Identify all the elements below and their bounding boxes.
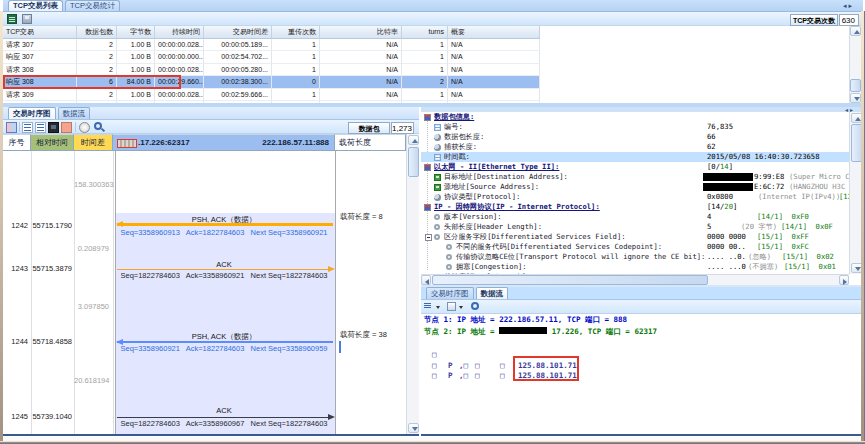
color-block-icon[interactable] — [61, 122, 72, 133]
table-row[interactable]: 请求 30721.00 B00:00:00.028...00:00:05.189… — [3, 39, 540, 52]
tree-row[interactable]: 区分服务字段[Differentiated Services Field]:00… — [421, 232, 849, 242]
top-table-body: 请求 30721.00 B00:00:00.028...00:00:05.189… — [3, 39, 846, 104]
column-header-数据包数[interactable]: 数据包数 — [77, 26, 117, 39]
tabstrip-nav-arrows[interactable]: ◂▸ — [843, 2, 854, 10]
window-frame-left — [0, 11, 3, 444]
cell: 1 — [402, 39, 448, 52]
column-header-seqno[interactable]: 序号 — [3, 134, 31, 151]
cell: 响应 308 — [3, 76, 77, 89]
column-header-TCP交易[interactable]: TCP交易 — [3, 26, 77, 39]
tree-value: E:6C:72 — [754, 182, 784, 192]
tree-row[interactable]: 拥塞[Congestion]:.... ...0(不拥塞)[15/1] 0x01 — [421, 262, 849, 272]
pc-icon — [434, 184, 441, 191]
tree-row[interactable]: IP - 因特网协议[IP - Internet Protocol]:[14/2… — [421, 202, 849, 212]
column-header-stations[interactable]: .17.226:62317 222.186.57.11:888 — [113, 134, 335, 151]
column-gridline — [31, 151, 32, 434]
packet-number: 1245 — [3, 412, 28, 421]
tree-row[interactable]: 协议类型[Protocol]:0x0800(Internet IP(IPv4))… — [421, 192, 849, 202]
table-row[interactable]: 请求 30821.00 B00:00:00.028...00:00:05.280… — [3, 64, 540, 77]
column-header-交易时间差[interactable]: 交易时间差 — [204, 26, 272, 39]
tree-row[interactable]: 数据包信息: — [421, 112, 849, 122]
tree-row[interactable]: 数据包长度:66 — [421, 132, 849, 142]
save-icon[interactable] — [22, 14, 32, 24]
tree-row[interactable]: 目标地址[Destination Address]:9:99:E8(Super … — [421, 172, 849, 182]
collapse-box[interactable] — [425, 234, 432, 241]
cell: 2 — [402, 76, 448, 89]
tree-annotation: (HANGZHOU H3C Technologi — [789, 182, 849, 192]
radio-icon — [434, 234, 440, 240]
tree-row[interactable]: 捕获长度:62 — [421, 142, 849, 152]
table-row[interactable]: 响应 30721.00 B00:00:00.000...00:02:54.702… — [3, 51, 540, 64]
cell: 00:00:00.028... — [155, 89, 204, 102]
toolbar-separator — [75, 122, 76, 132]
top-toolbar — [3, 12, 863, 26]
table-row[interactable]: 请求 30921.00 B00:00:00.028...00:02:59.666… — [3, 89, 540, 102]
node2-line: 节点 2: IP 地址 = 17.226, TCP 端口 = 62317 — [424, 327, 657, 336]
data-stream-view: 节点 1: IP 地址 = 222.186.57.11, TCP 端口 = 88… — [421, 314, 863, 434]
packet-reltime: 55715.3879 — [31, 264, 72, 273]
zoom-icon[interactable] — [94, 122, 102, 130]
hex-toolbar — [421, 300, 863, 314]
tree-row[interactable]: 源地址[Source Address]:E:6C:72(HANGZHOU H3C… — [421, 182, 849, 192]
cell: N/A — [320, 51, 402, 64]
cell: 1 — [272, 64, 320, 77]
packet-decode-tree: 数据包信息:编号:76,835数据包长度:66捕获长度:62时间戳:2015/0… — [421, 112, 849, 274]
tree-row[interactable]: 头部长度[Header Length]:5(20 字节)[14/1] 0x0F — [421, 222, 849, 232]
tree-value: 9:99:E8 — [754, 172, 784, 182]
find-icon[interactable] — [471, 302, 479, 310]
tree-hscrollbar[interactable] — [421, 274, 849, 285]
tree-annotation: (Internet IP(IPv4)) — [758, 192, 840, 202]
cell: N/A — [448, 76, 540, 89]
tree-row[interactable]: 编号:76,835 — [421, 122, 849, 132]
column-header-持续时间[interactable]: 持续时间 — [155, 26, 204, 39]
packet-arrow — [117, 417, 333, 418]
column-header-reltime[interactable]: 相对时间 — [31, 134, 74, 151]
tab-交易时序图[interactable]: 交易时序图 — [426, 287, 474, 299]
top-table-vscrollbar[interactable] — [849, 26, 861, 103]
column-header-比特率[interactable]: 比特率 — [320, 26, 402, 39]
cell: 00:02:54.702... — [204, 51, 272, 64]
tab-TCP交易列表[interactable]: TCP交易列表 — [8, 0, 63, 11]
excel-export-icon[interactable] — [7, 14, 17, 24]
cell: N/A — [320, 64, 402, 77]
sequence-vscrollbar[interactable] — [406, 134, 419, 434]
mac-redaction — [703, 173, 753, 181]
tree-row[interactable]: 传输协议忽略CE位[Transport Protocol will ignore… — [421, 252, 849, 262]
tab-TCP交易统计[interactable]: TCP交易统计 — [65, 0, 120, 11]
list-icon[interactable] — [22, 122, 33, 133]
clock-icon[interactable] — [79, 122, 90, 133]
screen-icon[interactable] — [48, 122, 59, 133]
tree-value: 4 — [707, 212, 711, 222]
section-bracket: [0/14] — [707, 162, 733, 172]
tree-label: 目标地址[Destination Address]: — [444, 172, 568, 182]
column-header-turns[interactable]: turns — [402, 26, 448, 39]
column-header-重传次数[interactable]: 重传次数 — [272, 26, 320, 39]
table-row[interactable]: 响应 308684.00 B00:00:29.660...00:02:38.30… — [3, 76, 540, 89]
tab-交易时序图[interactable]: 交易时序图 — [8, 107, 56, 119]
cell: 1.00 B — [117, 64, 155, 77]
selected-transaction-band — [115, 213, 335, 434]
tab-数据流[interactable]: 数据流 — [58, 107, 91, 119]
column-header-payload[interactable]: 载荷长度 — [335, 134, 406, 151]
column-header-字节数[interactable]: 字节数 — [117, 26, 155, 39]
tree-label: IP - 因特网协议[IP - Internet Protocol]: — [434, 202, 600, 212]
tree-annotation: [12 — [839, 192, 849, 202]
detail-list-icon[interactable] — [35, 122, 46, 133]
tree-row[interactable]: 以太网 - II[Ethernet Type II]:[0/14] — [421, 162, 849, 172]
tab-数据流[interactable]: 数据流 — [476, 287, 509, 299]
tree-row[interactable]: 时间戳:2015/05/08 16:40:30.723658 — [421, 152, 849, 162]
column-header-概要[interactable]: 概要 — [448, 26, 540, 39]
tree-label: 传输协议忽略CE位[Transport Protocol will ignore… — [456, 252, 705, 262]
hex-ip: 125.88.101.71 — [518, 372, 577, 381]
view-mode-icon[interactable] — [447, 302, 456, 311]
layout-icon[interactable] — [6, 122, 17, 133]
time-gap-value: 20.618194 — [74, 376, 111, 385]
tree-row[interactable]: 不同的服务代码[Differentiated Services Codepoin… — [421, 242, 849, 252]
tree-label: 版本[Version]: — [444, 212, 502, 222]
time-gap-value: 0.208979 — [74, 244, 111, 253]
column-header-timediff[interactable]: 时间差 — [74, 134, 113, 151]
sort-icon[interactable] — [424, 302, 434, 311]
packet-number: 1243 — [3, 264, 28, 273]
cell: N/A — [448, 39, 540, 52]
tree-row[interactable]: 版本[Version]:4[14/1] 0xF0 — [421, 212, 849, 222]
